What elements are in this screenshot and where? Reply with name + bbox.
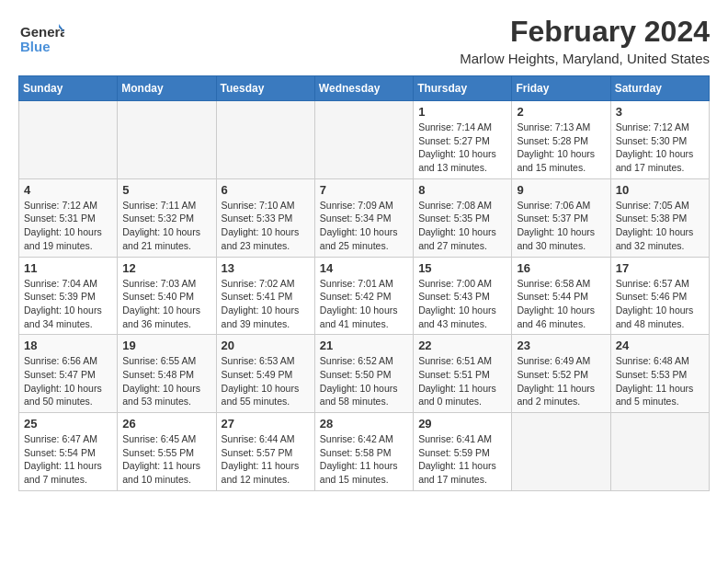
subtitle: Marlow Heights, Maryland, United States bbox=[460, 51, 710, 66]
day-of-week-header: Friday bbox=[512, 76, 610, 101]
day-number: 21 bbox=[320, 339, 408, 352]
title-block: February 2024 Marlow Heights, Maryland, … bbox=[460, 15, 710, 66]
day-info: Sunrise: 7:05 AMSunset: 5:38 PMDaylight:… bbox=[616, 199, 704, 253]
calendar-cell: 23Sunrise: 6:49 AMSunset: 5:52 PMDayligh… bbox=[512, 335, 610, 413]
calendar-cell bbox=[512, 413, 610, 491]
day-of-week-header: Sunday bbox=[19, 76, 118, 101]
day-info: Sunrise: 6:56 AMSunset: 5:47 PMDaylight:… bbox=[24, 354, 112, 408]
calendar-cell: 13Sunrise: 7:02 AMSunset: 5:41 PMDayligh… bbox=[216, 257, 314, 335]
calendar-cell: 2Sunrise: 7:13 AMSunset: 5:28 PMDaylight… bbox=[512, 101, 610, 179]
calendar-table: SundayMondayTuesdayWednesdayThursdayFrid… bbox=[18, 75, 710, 491]
day-info: Sunrise: 6:45 AMSunset: 5:55 PMDaylight:… bbox=[122, 432, 210, 487]
day-number: 7 bbox=[320, 183, 408, 197]
day-number: 10 bbox=[616, 183, 704, 197]
day-info: Sunrise: 7:00 AMSunset: 5:43 PMDaylight:… bbox=[418, 277, 506, 331]
day-number: 16 bbox=[517, 261, 605, 275]
day-number: 20 bbox=[222, 339, 310, 352]
calendar-cell bbox=[216, 101, 314, 179]
calendar-cell: 11Sunrise: 7:04 AMSunset: 5:39 PMDayligh… bbox=[19, 257, 118, 335]
day-info: Sunrise: 7:04 AMSunset: 5:39 PMDaylight:… bbox=[24, 277, 112, 331]
day-number: 29 bbox=[418, 417, 506, 431]
day-info: Sunrise: 7:12 AMSunset: 5:30 PMDaylight:… bbox=[616, 121, 704, 175]
calendar-cell: 15Sunrise: 7:00 AMSunset: 5:43 PMDayligh… bbox=[414, 257, 512, 335]
svg-text:Blue: Blue bbox=[20, 39, 51, 54]
calendar-week-row: 18Sunrise: 6:56 AMSunset: 5:47 PMDayligh… bbox=[19, 335, 710, 413]
day-of-week-header: Thursday bbox=[414, 76, 512, 101]
day-number: 19 bbox=[122, 339, 210, 352]
calendar-cell bbox=[314, 101, 413, 179]
calendar-week-row: 11Sunrise: 7:04 AMSunset: 5:39 PMDayligh… bbox=[19, 257, 710, 335]
calendar-cell: 20Sunrise: 6:53 AMSunset: 5:49 PMDayligh… bbox=[216, 335, 314, 413]
calendar-cell: 22Sunrise: 6:51 AMSunset: 5:51 PMDayligh… bbox=[414, 335, 512, 413]
calendar-cell: 5Sunrise: 7:11 AMSunset: 5:32 PMDaylight… bbox=[118, 178, 216, 257]
calendar-cell: 26Sunrise: 6:45 AMSunset: 5:55 PMDayligh… bbox=[118, 413, 216, 491]
calendar-cell: 8Sunrise: 7:08 AMSunset: 5:35 PMDaylight… bbox=[414, 178, 512, 257]
logo-icon: General Blue bbox=[18, 15, 64, 61]
day-info: Sunrise: 6:42 AMSunset: 5:58 PMDaylight:… bbox=[320, 432, 408, 487]
calendar-cell: 12Sunrise: 7:03 AMSunset: 5:40 PMDayligh… bbox=[118, 257, 216, 335]
calendar-cell: 4Sunrise: 7:12 AMSunset: 5:31 PMDaylight… bbox=[19, 178, 118, 257]
day-of-week-header: Saturday bbox=[610, 76, 709, 101]
day-number: 12 bbox=[122, 261, 210, 275]
day-info: Sunrise: 7:10 AMSunset: 5:33 PMDaylight:… bbox=[222, 199, 310, 253]
day-of-week-header: Tuesday bbox=[216, 76, 314, 101]
calendar-cell: 1Sunrise: 7:14 AMSunset: 5:27 PMDaylight… bbox=[414, 101, 512, 179]
calendar-cell: 28Sunrise: 6:42 AMSunset: 5:58 PMDayligh… bbox=[314, 413, 413, 491]
day-info: Sunrise: 7:13 AMSunset: 5:28 PMDaylight:… bbox=[517, 121, 605, 175]
day-number: 9 bbox=[517, 183, 605, 197]
day-info: Sunrise: 6:57 AMSunset: 5:46 PMDaylight:… bbox=[616, 277, 704, 331]
day-info: Sunrise: 7:02 AMSunset: 5:41 PMDaylight:… bbox=[222, 277, 310, 331]
calendar-cell: 18Sunrise: 6:56 AMSunset: 5:47 PMDayligh… bbox=[19, 335, 118, 413]
day-of-week-header: Wednesday bbox=[314, 76, 413, 101]
svg-text:General: General bbox=[20, 24, 64, 40]
calendar-cell: 19Sunrise: 6:55 AMSunset: 5:48 PMDayligh… bbox=[118, 335, 216, 413]
day-number: 28 bbox=[320, 417, 408, 431]
calendar-cell: 14Sunrise: 7:01 AMSunset: 5:42 PMDayligh… bbox=[314, 257, 413, 335]
day-info: Sunrise: 7:11 AMSunset: 5:32 PMDaylight:… bbox=[122, 199, 210, 253]
day-info: Sunrise: 6:58 AMSunset: 5:44 PMDaylight:… bbox=[517, 277, 605, 331]
calendar-week-row: 4Sunrise: 7:12 AMSunset: 5:31 PMDaylight… bbox=[19, 178, 710, 257]
calendar-cell: 29Sunrise: 6:41 AMSunset: 5:59 PMDayligh… bbox=[414, 413, 512, 491]
day-info: Sunrise: 7:03 AMSunset: 5:40 PMDaylight:… bbox=[122, 277, 210, 331]
calendar-cell: 3Sunrise: 7:12 AMSunset: 5:30 PMDaylight… bbox=[610, 101, 709, 179]
day-number: 8 bbox=[418, 183, 506, 197]
day-number: 6 bbox=[222, 183, 310, 197]
calendar-cell: 10Sunrise: 7:05 AMSunset: 5:38 PMDayligh… bbox=[610, 178, 709, 257]
day-info: Sunrise: 6:49 AMSunset: 5:52 PMDaylight:… bbox=[517, 354, 605, 408]
day-number: 15 bbox=[418, 261, 506, 275]
day-number: 3 bbox=[616, 105, 704, 119]
day-info: Sunrise: 7:09 AMSunset: 5:34 PMDaylight:… bbox=[320, 199, 408, 253]
calendar-cell: 27Sunrise: 6:44 AMSunset: 5:57 PMDayligh… bbox=[216, 413, 314, 491]
logo: General Blue bbox=[18, 15, 64, 64]
day-number: 2 bbox=[517, 105, 605, 119]
day-info: Sunrise: 6:47 AMSunset: 5:54 PMDaylight:… bbox=[24, 432, 112, 487]
day-info: Sunrise: 7:01 AMSunset: 5:42 PMDaylight:… bbox=[320, 277, 408, 331]
calendar-cell: 9Sunrise: 7:06 AMSunset: 5:37 PMDaylight… bbox=[512, 178, 610, 257]
day-number: 18 bbox=[24, 339, 112, 352]
main-title: February 2024 bbox=[460, 15, 710, 49]
day-info: Sunrise: 7:06 AMSunset: 5:37 PMDaylight:… bbox=[517, 199, 605, 253]
day-number: 5 bbox=[122, 183, 210, 197]
day-info: Sunrise: 6:51 AMSunset: 5:51 PMDaylight:… bbox=[418, 354, 506, 408]
day-info: Sunrise: 6:55 AMSunset: 5:48 PMDaylight:… bbox=[122, 354, 210, 408]
calendar-cell: 24Sunrise: 6:48 AMSunset: 5:53 PMDayligh… bbox=[610, 335, 709, 413]
calendar-cell bbox=[610, 413, 709, 491]
day-number: 13 bbox=[222, 261, 310, 275]
day-info: Sunrise: 7:12 AMSunset: 5:31 PMDaylight:… bbox=[24, 199, 112, 253]
calendar-header-row: SundayMondayTuesdayWednesdayThursdayFrid… bbox=[19, 76, 710, 101]
day-number: 22 bbox=[418, 339, 506, 352]
day-info: Sunrise: 6:44 AMSunset: 5:57 PMDaylight:… bbox=[222, 432, 310, 487]
calendar-cell: 17Sunrise: 6:57 AMSunset: 5:46 PMDayligh… bbox=[610, 257, 709, 335]
calendar-cell bbox=[118, 101, 216, 179]
calendar-cell bbox=[19, 101, 118, 179]
day-number: 23 bbox=[517, 339, 605, 352]
calendar-cell: 21Sunrise: 6:52 AMSunset: 5:50 PMDayligh… bbox=[314, 335, 413, 413]
day-info: Sunrise: 6:53 AMSunset: 5:49 PMDaylight:… bbox=[222, 354, 310, 408]
day-info: Sunrise: 6:52 AMSunset: 5:50 PMDaylight:… bbox=[320, 354, 408, 408]
calendar-week-row: 25Sunrise: 6:47 AMSunset: 5:54 PMDayligh… bbox=[19, 413, 710, 491]
calendar-cell: 7Sunrise: 7:09 AMSunset: 5:34 PMDaylight… bbox=[314, 178, 413, 257]
day-number: 27 bbox=[222, 417, 310, 431]
day-info: Sunrise: 6:41 AMSunset: 5:59 PMDaylight:… bbox=[418, 432, 506, 487]
day-of-week-header: Monday bbox=[118, 76, 216, 101]
day-number: 4 bbox=[24, 183, 112, 197]
